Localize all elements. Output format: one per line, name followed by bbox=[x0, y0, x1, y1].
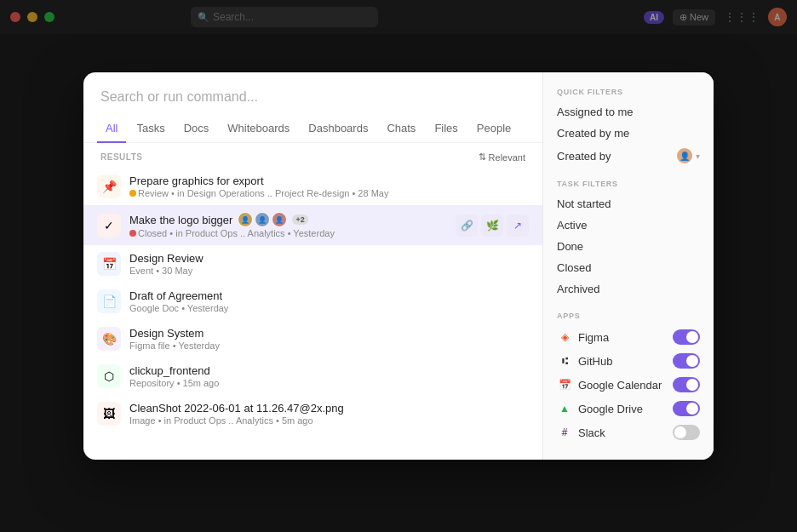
quick-filter-created-by[interactable]: Created by 👤 ▾ bbox=[557, 144, 700, 168]
app-toggle-slack[interactable] bbox=[673, 425, 700, 440]
apps-title: Apps bbox=[557, 312, 700, 320]
item-title-row: Prepare graphics for export bbox=[129, 174, 529, 187]
item-type-icon: 📄 bbox=[97, 289, 121, 313]
filter-label: Archived bbox=[557, 283, 600, 295]
item-title-row: Make the logo bigger 👤 👤 👤 +2 bbox=[129, 212, 447, 227]
command-modal: Search or run command... AllTasksDocsWhi… bbox=[83, 72, 714, 460]
app-name: Google Drive bbox=[578, 403, 643, 415]
result-item[interactable]: ⬡ clickup_frontend Repository • 15m ago bbox=[83, 358, 542, 395]
item-content: CleanShot 2022-06-01 at 11.26.47@2x.png … bbox=[129, 402, 529, 426]
item-content: clickup_frontend Repository • 15m ago bbox=[129, 364, 529, 388]
sort-button[interactable]: ⇅ Relevant bbox=[479, 152, 525, 163]
result-item[interactable]: 🖼 CleanShot 2022-06-01 at 11.26.47@2x.pn… bbox=[83, 395, 542, 432]
filter-label: Done bbox=[557, 240, 583, 253]
item-title-row: Draft of Agreement bbox=[129, 289, 529, 302]
link-action-button[interactable]: 🔗 bbox=[456, 215, 478, 237]
task-filters-title: Task Filters bbox=[557, 180, 700, 188]
tab-all[interactable]: All bbox=[97, 115, 126, 143]
avatar-2: 👤 bbox=[255, 212, 270, 227]
quick-filters-title: Quick Filters bbox=[557, 88, 700, 96]
item-type-icon: ⬡ bbox=[97, 364, 121, 388]
item-title-row: Design Review bbox=[129, 252, 529, 265]
item-title: Make the logo bigger bbox=[129, 214, 232, 226]
result-item[interactable]: ✓ Make the logo bigger 👤 👤 👤 +2 Closed •… bbox=[83, 205, 542, 245]
task-filter-closed[interactable]: Closed bbox=[557, 257, 700, 278]
app-name: GitHub bbox=[578, 355, 612, 368]
task-filter-not-started[interactable]: Not started bbox=[557, 193, 700, 215]
result-item[interactable]: 📅 Design Review Event • 30 May bbox=[83, 245, 542, 283]
tab-tasks[interactable]: Tasks bbox=[128, 115, 173, 143]
results-header: Results ⇅ Relevant bbox=[83, 143, 542, 168]
result-item[interactable]: 🎨 Design System Figma file • Yesterday bbox=[83, 320, 542, 358]
item-meta: Google Doc • Yesterday bbox=[129, 303, 529, 313]
item-type-icon: 📅 bbox=[97, 252, 121, 276]
modal-right-panel: Quick Filters Assigned to meCreated by m… bbox=[543, 72, 714, 460]
tabs-row: AllTasksDocsWhiteboardsDashboardsChatsFi… bbox=[83, 115, 542, 143]
avatar-3: 👤 bbox=[272, 212, 287, 227]
app-item-github: ⑆ GitHub bbox=[557, 349, 700, 373]
app-toggle-figma[interactable] bbox=[673, 329, 700, 345]
item-content: Design Review Event • 30 May bbox=[129, 252, 529, 276]
app-item-figma: ◈ Figma bbox=[557, 325, 700, 349]
search-input[interactable]: Search or run command... bbox=[100, 89, 258, 104]
tab-files[interactable]: Files bbox=[426, 115, 466, 143]
item-meta: Closed • in Product Ops .. Analytics • Y… bbox=[129, 228, 447, 238]
tab-docs[interactable]: Docs bbox=[175, 115, 218, 143]
item-type-icon: 🖼 bbox=[97, 402, 121, 426]
app-icon-gdrive: ▲ bbox=[557, 401, 572, 416]
app-toggle-gcalendar[interactable] bbox=[673, 377, 700, 392]
result-list: 📌 Prepare graphics for export Review • i… bbox=[83, 168, 542, 460]
modal-overlay: Search or run command... AllTasksDocsWhi… bbox=[0, 0, 797, 532]
app-label: ◈ Figma bbox=[557, 329, 609, 345]
quick-filter-created-by-me[interactable]: Created by me bbox=[557, 123, 700, 144]
branch-action-button[interactable]: 🌿 bbox=[481, 215, 503, 237]
item-meta: Event • 30 May bbox=[129, 266, 529, 276]
item-title: CleanShot 2022-06-01 at 11.26.47@2x.png bbox=[129, 402, 344, 415]
item-content: Draft of Agreement Google Doc • Yesterda… bbox=[129, 289, 529, 313]
app-icon-gcalendar: 📅 bbox=[557, 377, 572, 392]
app-toggle-gdrive[interactable] bbox=[673, 401, 700, 416]
item-meta: Repository • 15m ago bbox=[129, 378, 529, 388]
item-title-row: clickup_frontend bbox=[129, 364, 529, 377]
app-label: ▲ Google Drive bbox=[557, 401, 643, 416]
tab-dashboards[interactable]: Dashboards bbox=[300, 115, 376, 143]
item-type-icon: 📌 bbox=[97, 174, 121, 198]
tab-whiteboards[interactable]: Whiteboards bbox=[219, 115, 298, 143]
app-name: Slack bbox=[578, 426, 605, 439]
app-toggle-github[interactable] bbox=[673, 353, 700, 369]
result-item[interactable]: 📌 Prepare graphics for export Review • i… bbox=[83, 168, 542, 205]
app-item-gdrive: ▲ Google Drive bbox=[557, 397, 700, 420]
result-item[interactable]: 📄 Draft of Agreement Google Doc • Yester… bbox=[83, 283, 542, 320]
item-title-row: Design System bbox=[129, 327, 529, 340]
app-item-gcalendar: 📅 Google Calendar bbox=[557, 373, 700, 397]
task-filter-archived[interactable]: Archived bbox=[557, 278, 700, 300]
app-label: 📅 Google Calendar bbox=[557, 377, 662, 392]
tab-chats[interactable]: Chats bbox=[378, 115, 424, 143]
item-content: Make the logo bigger 👤 👤 👤 +2 Closed • i… bbox=[129, 212, 447, 238]
task-filter-active[interactable]: Active bbox=[557, 215, 700, 236]
item-title-row: CleanShot 2022-06-01 at 11.26.47@2x.png bbox=[129, 402, 529, 415]
app-name: Google Calendar bbox=[578, 379, 662, 392]
filter-label: Created by bbox=[557, 150, 611, 163]
item-meta: Image • in Product Ops .. Analytics • 5m… bbox=[129, 415, 529, 426]
filter-label: Active bbox=[557, 219, 587, 232]
tab-people[interactable]: People bbox=[468, 115, 519, 143]
open-action-button[interactable]: ↗ bbox=[507, 215, 529, 237]
filter-avatar: 👤 bbox=[677, 148, 692, 163]
item-title: Prepare graphics for export bbox=[129, 174, 264, 187]
avatar-1: 👤 bbox=[238, 212, 253, 227]
app-item-slack: # Slack bbox=[557, 420, 700, 444]
item-title: Design Review bbox=[129, 252, 204, 265]
chevron-down-icon: ▾ bbox=[696, 152, 700, 161]
app-label: ⑆ GitHub bbox=[557, 353, 612, 369]
app-icon-github: ⑆ bbox=[557, 353, 572, 369]
app-icon-slack: # bbox=[557, 425, 572, 440]
filter-label: Not started bbox=[557, 197, 611, 210]
item-type-icon: 🎨 bbox=[97, 327, 121, 351]
item-title: Design System bbox=[129, 327, 204, 340]
item-content: Design System Figma file • Yesterday bbox=[129, 327, 529, 351]
quick-filter-assigned-to-me[interactable]: Assigned to me bbox=[557, 101, 700, 123]
task-filter-done[interactable]: Done bbox=[557, 236, 700, 257]
status-dot bbox=[129, 190, 136, 197]
filter-label: Closed bbox=[557, 261, 591, 274]
